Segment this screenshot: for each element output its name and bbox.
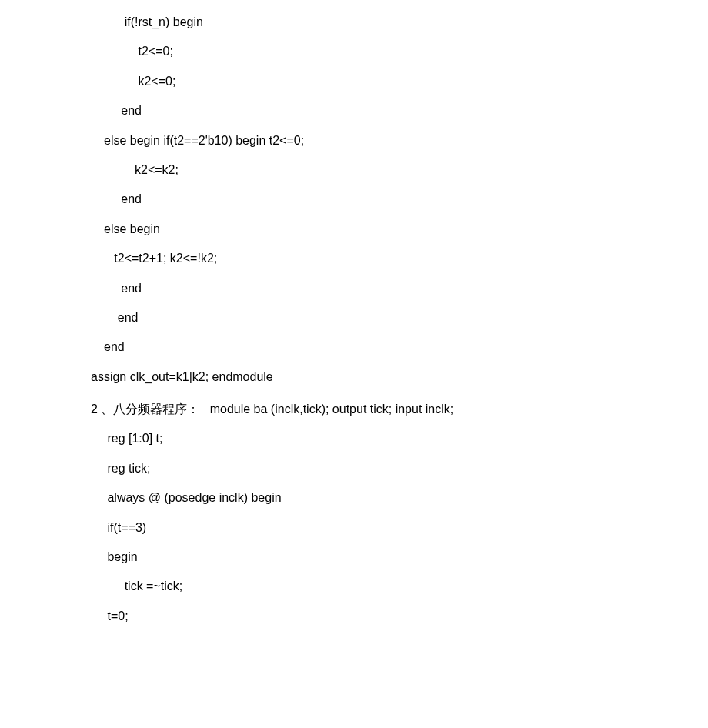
code-line: if(t==3) xyxy=(104,513,708,543)
code-line: end xyxy=(104,274,708,303)
code-line: assign clk_out=k1|k2; endmodule xyxy=(91,362,708,392)
code-line: end xyxy=(104,96,708,125)
code-line: end xyxy=(104,303,708,332)
code-line: begin xyxy=(104,543,708,572)
code-line: tick =~tick; xyxy=(104,572,708,601)
code-line: reg [1:0] t; xyxy=(104,424,708,453)
code-line: end xyxy=(104,332,708,362)
code-line: k2<=k2; xyxy=(104,155,708,185)
code-line: reg tick; xyxy=(104,454,708,483)
code-line: else begin if(t2==2'b10) begin t2<=0; xyxy=(104,126,708,155)
code-line: if(!rst_n) begin xyxy=(104,8,708,37)
code-line: t=0; xyxy=(104,602,708,631)
code-line: k2<=0; xyxy=(104,67,708,96)
code-line: t2<=0; xyxy=(104,37,708,66)
document-page: if(!rst_n) begin t2<=0; k2<=0; end else … xyxy=(0,0,708,631)
code-line: always @ (posedge inclk) begin xyxy=(104,483,708,513)
code-line: else begin xyxy=(104,215,708,244)
section-heading: 2 、八分频器程序： module ba (inclk,tick); outpu… xyxy=(91,395,708,424)
code-line: t2<=t2+1; k2<=!k2; xyxy=(104,244,708,273)
code-line: end xyxy=(104,185,708,214)
